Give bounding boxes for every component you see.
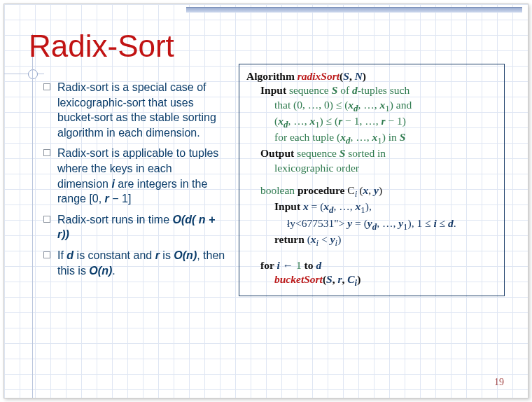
- arg-N: N: [355, 70, 363, 82]
- square-bullet-icon: [43, 251, 50, 258]
- arg-S: S: [343, 70, 349, 82]
- algo-line: (xd, …, x1) ≤ (r − 1, …, r − 1): [246, 114, 497, 130]
- bullet-list: Radix-sort is a special case of lexicogr…: [43, 80, 225, 284]
- var-S: S: [332, 84, 338, 96]
- var-y: y: [398, 217, 403, 229]
- range-open: [0,: [89, 193, 104, 205]
- txt: ), 1 ≤: [407, 217, 433, 229]
- txt: , …,: [358, 99, 380, 111]
- comma: ,: [349, 70, 355, 82]
- var-x: x: [323, 200, 329, 212]
- txt: , …,: [350, 131, 372, 143]
- kw-for: for: [260, 259, 276, 271]
- var-x: x: [278, 115, 284, 127]
- var-d: d: [66, 249, 74, 261]
- kw-return: return: [274, 233, 307, 245]
- paren: ): [363, 70, 366, 82]
- var-n: n: [102, 265, 108, 277]
- bullet-text: Radix-sort is a special case of lexicogr…: [57, 81, 216, 139]
- var-d: d: [316, 259, 321, 271]
- algo-line: for each tuple (xd, …, x1) in S: [246, 130, 497, 146]
- txt: , …,: [334, 200, 356, 212]
- paren: )): [62, 228, 69, 240]
- var-n: n: [186, 249, 193, 261]
- algo-line: lexicographic order: [246, 161, 497, 175]
- txt: sequence: [297, 147, 340, 159]
- var-x: x: [311, 233, 316, 245]
- paren: ): [337, 233, 341, 245]
- algo-line: Input x = (xd, …, x1),: [246, 200, 497, 216]
- var-x: x: [340, 131, 346, 143]
- crosshair-decor: [27, 69, 37, 78]
- top-ruler-decor: [186, 7, 522, 13]
- lt: <: [318, 233, 330, 245]
- txt: , …,: [377, 217, 398, 229]
- range-close: − 1]: [109, 193, 132, 205]
- square-bullet-icon: [43, 83, 50, 90]
- spacer: [246, 249, 497, 258]
- txt: ) in: [382, 131, 400, 143]
- txt: that (0, …, 0) ≤ (: [274, 99, 348, 111]
- algo-line: ły<677531"> y = (yd, …, y1), 1 ≤ i ≤ d.: [246, 216, 497, 233]
- algo-line: boolean procedure Ci (x, y): [246, 183, 497, 200]
- paren: ): [357, 273, 360, 285]
- list-item: Radix-sort is applicable to tuples where…: [43, 146, 225, 206]
- algo-line: bucketSort(S, r, Ci): [246, 272, 497, 289]
- var-y: y: [368, 217, 372, 229]
- txt: = (: [309, 200, 324, 212]
- txt: = (: [352, 217, 368, 229]
- var-n: n: [199, 214, 206, 226]
- var-x: x: [303, 200, 309, 212]
- txt: − 1): [386, 115, 406, 127]
- big-o: O: [173, 214, 181, 226]
- algo-line: Algorithm radixSort(S, N): [246, 69, 497, 83]
- fn-name: radixSort: [298, 70, 340, 82]
- comma: ,: [368, 184, 374, 196]
- txt: ≤: [437, 217, 448, 229]
- txt: ) and: [390, 99, 412, 111]
- var-y: y: [330, 233, 335, 245]
- page-number: 19: [494, 377, 504, 388]
- fn-name: bucketSort: [274, 273, 323, 285]
- kw-input: Input: [260, 84, 289, 96]
- txt: sequence: [289, 84, 332, 96]
- txt: ),: [365, 200, 372, 212]
- algo-line: Output sequence S sorted in: [246, 146, 497, 160]
- kw-input: Input: [274, 200, 303, 212]
- big-o: O: [174, 249, 182, 261]
- arg-S: S: [326, 273, 332, 285]
- bullet-text: .: [112, 265, 115, 277]
- bullet-text: is constant and: [74, 249, 155, 261]
- txt: − 1, …,: [342, 115, 381, 127]
- algo-line: return (xi < yi): [246, 233, 497, 249]
- txt: ) ≤ (: [320, 115, 339, 127]
- fn-C: C: [347, 184, 354, 196]
- algo-line: that (0, …, 0) ≤ (xd, …, x1) and: [246, 98, 497, 114]
- var-S: S: [400, 131, 406, 143]
- kw-output: Output: [260, 147, 297, 159]
- arg-C: C: [347, 273, 354, 285]
- var-d: d: [448, 217, 454, 229]
- slide-canvas: Radix-Sort Radix-sort is a special case …: [4, 4, 528, 398]
- txt: for each tuple (: [274, 131, 340, 143]
- square-bullet-icon: [43, 216, 50, 223]
- txt: , …,: [288, 115, 309, 127]
- algorithm-box: Algorithm radixSort(S, N) Input sequence…: [239, 64, 505, 296]
- bullet-text: Radix-sort runs in time: [57, 214, 173, 226]
- list-item: Radix-sort runs in time O(d( n + r)): [43, 212, 225, 242]
- txt: of: [337, 84, 352, 96]
- var-x: x: [348, 99, 354, 111]
- txt: boolean: [260, 184, 298, 196]
- var-x: x: [309, 115, 315, 127]
- paren: ): [379, 184, 382, 196]
- kw-algorithm: Algorithm: [246, 70, 298, 82]
- list-item: Radix-sort is a special case of lexicogr…: [43, 80, 225, 140]
- bullet-text: is: [160, 249, 174, 261]
- num-1: 1: [296, 259, 302, 271]
- big-o: O: [89, 265, 97, 277]
- kw-to: to: [302, 259, 316, 271]
- list-item: If d is constant and r is O(n), then thi…: [43, 248, 225, 278]
- slide-title: Radix-Sort: [29, 29, 174, 64]
- plus: +: [206, 214, 216, 226]
- txt: sorted in: [345, 147, 386, 159]
